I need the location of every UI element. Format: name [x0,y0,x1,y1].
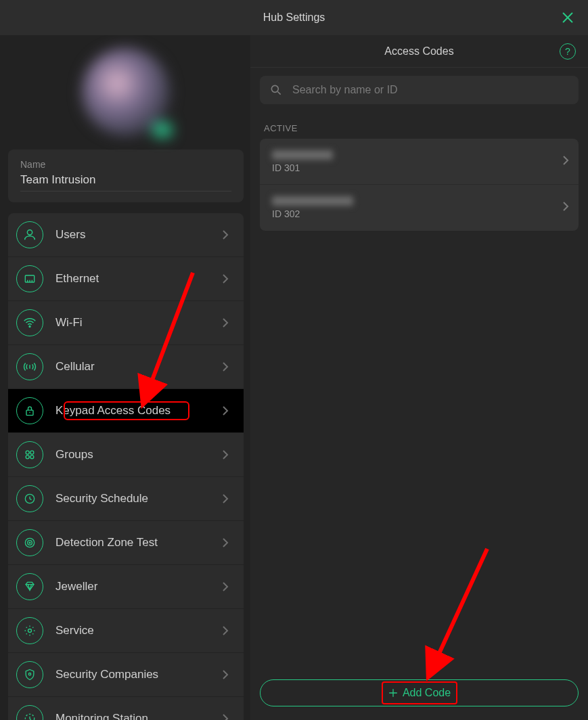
chevron-right-icon [222,537,234,548]
chevron-right-icon [222,625,234,636]
sidebar-item-label: Groups [55,448,222,462]
svg-point-14 [29,542,30,543]
sidebar-item-label: Service [55,624,222,637]
groups-icon [16,441,43,468]
chevron-right-icon [562,201,569,215]
svg-point-4 [29,326,30,328]
plus-icon [388,688,399,698]
svg-point-2 [27,230,32,235]
sidebar-item-label: Detection Zone Test [55,536,222,549]
svg-point-8 [30,451,34,454]
close-icon[interactable] [560,9,576,26]
right-pane: Access Codes ? ACTIVE ID 301 [250,35,588,720]
name-label: Name [20,159,231,170]
sidebar-item-monitoring-station[interactable]: Monitoring Station [8,697,244,720]
sidebar-item-label: Ethernet [55,272,222,286]
chevron-right-icon [222,449,234,460]
section-label-active: ACTIVE [260,123,579,133]
sidebar-item-users[interactable]: Users [8,213,244,257]
access-code-name [272,196,353,206]
chevron-right-icon [222,273,234,284]
clock-icon [16,485,43,512]
chevron-right-icon [222,361,234,372]
sidebar-item-label: Users [55,228,222,242]
right-pane-title: Access Codes [384,45,453,58]
add-code-button[interactable]: Add Code [260,679,579,706]
lock-icon [16,397,43,424]
search-icon [269,83,283,97]
access-code-id: ID 301 [272,162,562,173]
access-code-row[interactable]: ID 302 [260,185,579,231]
right-pane-header: Access Codes ? [250,35,588,68]
sidebar-item-groups[interactable]: Groups [8,433,244,477]
access-code-list: ID 301 ID 302 [260,139,579,231]
sidebar-item-detection-zone[interactable]: Detection Zone Test [8,521,244,565]
add-code-label: Add Code [403,687,451,699]
chevron-right-icon [222,317,234,328]
svg-point-10 [30,455,34,459]
sidebar-item-security-schedule[interactable]: Security Schedule [8,477,244,521]
sidebar-item-security-companies[interactable]: Security Companies [8,653,244,697]
sidebar-item-label: Jeweller [55,580,222,593]
ethernet-icon [16,265,43,292]
access-code-row[interactable]: ID 301 [260,139,579,185]
svg-point-7 [26,451,29,454]
diamond-icon [16,573,43,600]
chevron-right-icon [222,405,234,416]
svg-point-16 [28,673,30,675]
titlebar: Hub Settings [0,0,588,35]
wifi-icon [16,309,43,336]
chevron-right-icon [222,713,234,720]
name-field[interactable]: Name Team Intrusion [8,150,244,202]
access-code-id: ID 302 [272,208,562,219]
chevron-right-icon [222,669,234,680]
target-icon [16,529,43,556]
hub-avatar [8,48,244,136]
sidebar: Name Team Intrusion Users [0,35,250,720]
search-input[interactable] [291,83,569,97]
sidebar-item-label: Security Schedule [55,492,222,505]
sidebar-item-ethernet[interactable]: Ethernet [8,257,244,301]
window-title: Hub Settings [263,12,325,24]
sidebar-item-wifi[interactable]: Wi-Fi [8,301,244,345]
sidebar-item-label: Keypad Access Codes [55,404,222,418]
svg-point-15 [28,629,32,633]
help-icon[interactable]: ? [560,43,576,60]
gear-icon [16,617,43,644]
access-code-name [272,150,333,160]
sidebar-item-keypad-access-codes[interactable]: Keypad Access Codes [8,389,244,433]
sidebar-item-label: Wi-Fi [55,316,222,330]
cellular-icon [16,353,43,380]
chevron-right-icon [222,581,234,592]
chevron-right-icon [222,229,234,240]
shield-icon [16,661,43,688]
monitoring-icon [16,705,43,720]
sidebar-item-cellular[interactable]: Cellular [8,345,244,389]
svg-line-19 [278,92,281,95]
name-value: Team Intrusion [20,173,231,192]
settings-menu: Users Ethernet [8,213,244,720]
svg-point-18 [271,85,278,92]
users-icon [16,221,43,248]
chevron-right-icon [222,493,234,504]
sidebar-item-label: Security Companies [55,668,222,681]
search-field[interactable] [260,76,579,104]
sidebar-item-service[interactable]: Service [8,609,244,653]
sidebar-item-label: Cellular [55,360,222,374]
chevron-right-icon [562,155,569,168]
svg-point-9 [26,455,29,459]
sidebar-item-jeweller[interactable]: Jeweller [8,565,244,609]
sidebar-item-label: Monitoring Station [55,712,222,720]
